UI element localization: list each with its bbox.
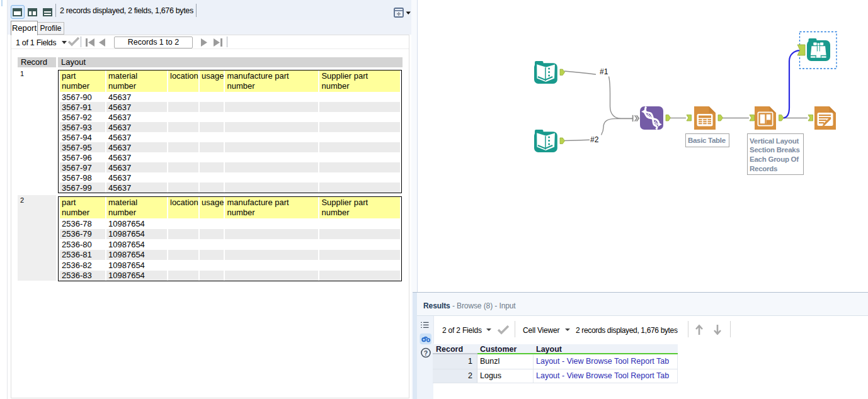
svg-text:?: ? bbox=[424, 349, 428, 357]
